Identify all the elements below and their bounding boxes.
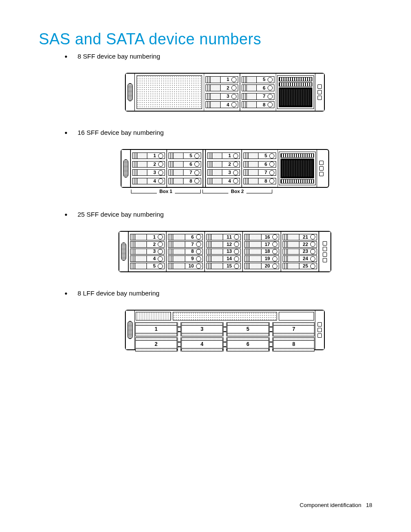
bullet-item-8lff: 8 LFF device bay numbering 1357 2468 bbox=[65, 289, 372, 350]
drive-bay: 19 bbox=[244, 255, 279, 262]
bay-number: 7 bbox=[292, 326, 295, 333]
box2-col-1: 1 2 3 4 bbox=[206, 150, 242, 187]
lff-drive-bay: 2 bbox=[135, 337, 177, 352]
bay-number: 5 bbox=[257, 77, 266, 82]
lff-drive-bay: 3 bbox=[181, 322, 223, 336]
blank-panel bbox=[137, 75, 202, 109]
bay-number: 18 bbox=[262, 249, 271, 254]
bay-number: 21 bbox=[299, 235, 309, 240]
drive-bay: 17 bbox=[244, 241, 279, 248]
bay-number: 8 bbox=[184, 179, 193, 184]
bay-number: 1 bbox=[222, 153, 232, 158]
bullet-item-16sff: 16 SFF device bay numbering 1 2 3 4 5 6 … bbox=[65, 129, 372, 193]
drive-bay: 14 bbox=[206, 255, 241, 262]
drive-bay: 11 bbox=[206, 234, 241, 240]
footer-section: Component identification bbox=[300, 502, 361, 508]
bay-number: 13 bbox=[223, 249, 233, 254]
bay-number: 1 bbox=[147, 153, 157, 158]
bay-number: 1 bbox=[221, 77, 230, 82]
bay-number: 4 bbox=[221, 103, 230, 107]
bay-number: 6 bbox=[184, 162, 193, 167]
box-brackets: Box 1 Box 2 bbox=[121, 190, 328, 193]
bay-number: 10 bbox=[185, 264, 195, 268]
rack-ear-right bbox=[315, 74, 324, 111]
rack-ear-left bbox=[119, 232, 128, 271]
lff-drive-bay: 6 bbox=[227, 337, 269, 352]
bay-number: 24 bbox=[299, 256, 309, 261]
bay-number: 1 bbox=[155, 326, 158, 333]
rack-ear-left bbox=[121, 150, 131, 187]
drive-bay: 22 bbox=[283, 241, 317, 248]
drive-bay: 23 bbox=[283, 249, 317, 255]
bullet-label: 8 SFF device bay numbering bbox=[78, 53, 160, 60]
box1-col-1: 1 2 3 4 bbox=[131, 150, 167, 187]
rack-ear-right bbox=[319, 232, 330, 271]
drive-bay: 7 bbox=[168, 241, 202, 248]
bay-number: 2 bbox=[222, 162, 232, 167]
bay-number: 4 bbox=[147, 179, 157, 184]
control-panel bbox=[277, 75, 314, 109]
bay-number: 25 bbox=[299, 264, 309, 268]
drive-bay: 20 bbox=[244, 263, 279, 269]
bay-number: 7 bbox=[184, 170, 193, 175]
drive-bay: 12 bbox=[206, 241, 241, 248]
drive-bay: 2 bbox=[130, 241, 165, 248]
bay-number: 5 bbox=[258, 153, 268, 158]
bullet-item-25sff: 25 SFF device bay numbering 123456789101… bbox=[65, 211, 372, 272]
lff-row-bottom: 2468 bbox=[135, 337, 315, 352]
diagram-25sff-chassis: 1234567891011121314151617181920212223242… bbox=[118, 231, 331, 272]
drive-bay: 5 bbox=[130, 263, 165, 269]
bay-number: 6 bbox=[257, 86, 266, 90]
rack-ear-right bbox=[317, 150, 326, 187]
bay-number: 19 bbox=[262, 256, 271, 261]
lff-drive-bay: 8 bbox=[273, 337, 315, 352]
page-heading: SAS and SATA device numbers bbox=[39, 30, 372, 48]
bay-col-2: 5 6 7 8 bbox=[240, 74, 276, 111]
bay-separator bbox=[177, 337, 181, 352]
bay-number: 20 bbox=[262, 264, 271, 268]
bullet-list: 8 SFF device bay numbering 1 2 3 4 5 6 7 bbox=[65, 53, 372, 350]
bay-col: 1617181920 bbox=[243, 232, 280, 271]
bay-separator bbox=[177, 322, 181, 336]
bay-number: 2 bbox=[155, 341, 158, 348]
bay-number: 2 bbox=[147, 242, 156, 247]
drive-bay: 21 bbox=[283, 234, 317, 240]
bay-number: 5 bbox=[184, 153, 193, 158]
bay-col: 12345 bbox=[128, 232, 166, 271]
bay-separator bbox=[269, 322, 273, 336]
diagram-8lff-chassis: 1357 2468 bbox=[125, 310, 325, 350]
bay-number: 2 bbox=[221, 86, 230, 90]
bay-number: 1 bbox=[147, 235, 156, 240]
bay-number: 3 bbox=[221, 94, 230, 99]
bay-number: 5 bbox=[246, 326, 249, 333]
rack-ear-left bbox=[126, 74, 135, 111]
lff-drive-bay: 5 bbox=[227, 322, 269, 336]
bay-number: 6 bbox=[185, 235, 195, 240]
drive-bay: 8 bbox=[168, 249, 202, 255]
bullet-label: 25 SFF device bay numbering bbox=[78, 211, 164, 218]
drive-bay: 1 bbox=[130, 234, 165, 240]
diagram-8sff-chassis: 1 2 3 4 5 6 7 8 bbox=[125, 73, 325, 112]
bullet-label: 8 LFF device bay numbering bbox=[78, 289, 159, 297]
drive-bay: 10 bbox=[168, 263, 202, 269]
bay-number: 5 bbox=[147, 264, 156, 268]
control-panel bbox=[279, 152, 316, 185]
bay-number: 9 bbox=[185, 256, 195, 261]
bay-col: 678910 bbox=[166, 232, 204, 271]
bay-number: 22 bbox=[299, 242, 309, 247]
bay-col-1: 1 2 3 4 bbox=[204, 74, 240, 111]
drive-bay: 25 bbox=[283, 263, 317, 269]
vent-panel bbox=[173, 312, 277, 320]
drive-bay: 3 bbox=[130, 249, 165, 255]
drive-bay: 13 bbox=[206, 249, 241, 255]
diagram-16sff-chassis: 1 2 3 4 5 6 7 8 1 2 3 bbox=[121, 149, 329, 188]
drive-bay: 4 bbox=[130, 255, 165, 262]
bay-number: 3 bbox=[200, 326, 203, 333]
drive-bay: 16 bbox=[244, 234, 279, 240]
bay-number: 14 bbox=[223, 256, 233, 261]
bay-separator bbox=[269, 337, 273, 352]
optical-blank bbox=[136, 312, 171, 320]
bay-number: 12 bbox=[223, 242, 233, 247]
bay-number: 8 bbox=[185, 249, 195, 254]
bay-separator bbox=[223, 337, 227, 352]
